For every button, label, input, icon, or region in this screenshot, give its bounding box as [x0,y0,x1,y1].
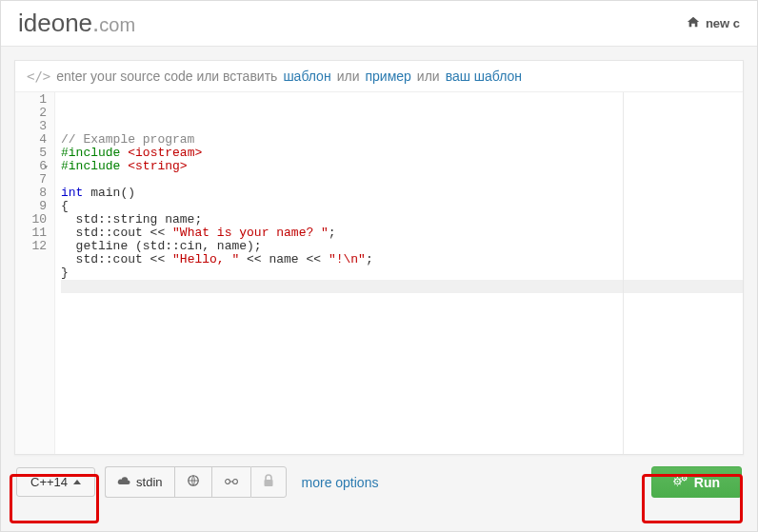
code-line[interactable]: std::string name; [61,213,743,227]
gutter-line: 6 [15,160,47,173]
gutter-line: 11 [15,227,47,240]
code-line[interactable]: #include <string> [61,160,743,173]
code-line[interactable]: getline (std::cin, name); [61,240,743,253]
gutter-line: 9 [15,200,47,213]
gutter-line: 10 [15,213,47,227]
gutter-line: 4 [15,133,47,147]
gutter-line: 8 [15,187,47,200]
gutter-line: 2 [15,107,47,120]
gears-icon [673,474,688,490]
code-line[interactable]: // Example program [61,133,743,147]
logo-com: com [99,14,135,35]
stdin-button[interactable]: stdin [105,466,173,498]
hint-or1: или [337,69,360,84]
svg-point-5 [676,481,678,483]
hint-or2: или [417,69,440,84]
gutter-line: 7 [15,173,47,187]
svg-point-2 [232,480,237,484]
lock-button[interactable] [250,466,287,498]
code-line[interactable]: std::cout << "Hello, " << name << "!\n"; [61,253,743,266]
gutter-line: 3 [15,120,47,133]
toolbar: C++14 stdin more options [1,455,757,509]
gutter-line: 1 [15,93,47,107]
print-margin [623,92,624,454]
globe-icon [187,474,200,490]
svg-point-7 [684,478,685,479]
logo[interactable]: ideone.com [18,9,135,38]
language-select[interactable]: C++14 [16,467,95,497]
cloud-icon [117,475,130,489]
code-line[interactable]: #include <iostream> [61,147,743,160]
main-panel: </> enter your source code или вставить … [14,60,744,455]
link-template[interactable]: шаблон [283,69,330,84]
options-group: stdin [105,466,286,498]
header: ideone.com new c [1,1,757,47]
glasses-icon [224,475,239,489]
globe-button[interactable] [174,466,211,498]
code-area[interactable]: // Example program#include <iostream>#in… [55,92,743,454]
code-icon: </> [27,69,50,84]
link-your-template[interactable]: ваш шаблон [446,69,522,84]
logo-text: ideone [18,9,92,37]
home-icon[interactable] [687,15,700,31]
run-label: Run [694,475,720,490]
language-label: C++14 [30,475,68,489]
gutter-line: 12 [15,240,47,253]
code-line[interactable]: std::cout << "What is your name? "; [61,227,743,240]
more-options-link[interactable]: more options [302,475,379,490]
code-line[interactable] [61,280,743,293]
hint-bar: </> enter your source code или вставить … [15,61,743,92]
glasses-button[interactable] [211,466,250,498]
code-line[interactable]: int main() [61,187,743,200]
code-line[interactable]: { [61,200,743,213]
code-line[interactable] [61,173,743,187]
nav-new-link[interactable]: new c [706,16,740,30]
caret-up-icon [73,480,81,484]
svg-point-1 [225,480,229,484]
nav-right: new c [687,15,740,31]
code-editor[interactable]: 123456789101112 // Example program#inclu… [15,92,743,454]
svg-rect-3 [264,480,272,486]
stdin-label: stdin [136,475,162,489]
gutter-line: 5 [15,147,47,160]
hint-prefix: enter your source code или вставить [56,69,277,84]
link-example[interactable]: пример [365,69,410,84]
run-button[interactable]: Run [651,466,742,498]
lock-icon [263,474,274,490]
code-line[interactable]: } [61,266,743,280]
gutter: 123456789101112 [15,92,55,454]
